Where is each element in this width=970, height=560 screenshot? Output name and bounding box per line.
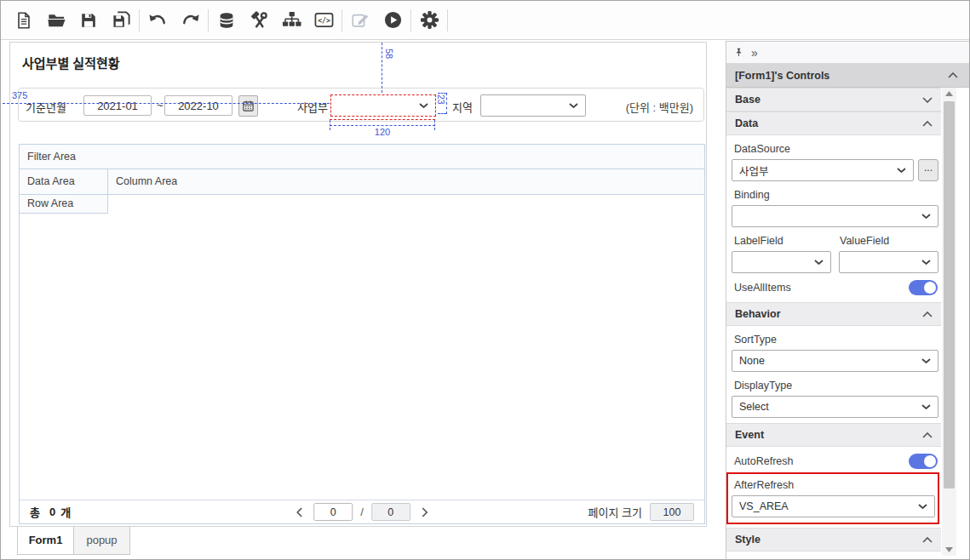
collapse-panel-icon[interactable]: » [751,47,758,59]
page-size-label: 페이지 크기 [588,504,642,520]
binding-select[interactable] [732,205,938,227]
chevron-down-icon [922,97,933,103]
toolbar-separator [410,9,411,31]
next-page-button[interactable] [418,504,432,521]
sorttype-select[interactable]: None [732,350,938,372]
build-tools-button[interactable] [243,6,275,35]
form-title: 사업부별 실적현황 [22,54,120,71]
run-button[interactable] [376,6,409,35]
undo-button[interactable] [141,6,174,35]
datasource-more-button[interactable]: ... [918,159,938,181]
current-page-input[interactable] [313,503,353,521]
chevron-up-icon [948,72,958,78]
tab-form1[interactable]: Form1 [17,527,74,555]
page-size-group: 페이지 크기 [588,503,694,521]
grid-filter-area[interactable]: Filter Area [20,145,704,169]
redo-icon [181,10,200,30]
tab-popup[interactable]: popup [74,527,130,555]
afterrefresh-highlight-box: AfterRefresh VS_AREA [726,472,939,524]
chevron-down-icon [419,103,428,108]
filter-bar: 기준년월 ~ 사업부 지역 (단위 : 백만원) [18,88,704,122]
panel-controls-header[interactable]: [Form1]'s Controls [726,64,970,88]
redo-button[interactable] [174,6,206,35]
scrollbar-thumb[interactable] [944,101,955,489]
page-size-input [650,503,694,521]
panel-scrollbar[interactable] [942,88,956,556]
sitemap-icon [282,10,301,30]
chevron-down-icon [918,504,927,509]
chevron-down-icon [921,358,931,363]
datasource-select-value: 사업부 [739,163,769,179]
save-all-button[interactable] [105,6,137,35]
pin-icon[interactable] [733,47,744,59]
autorefresh-label: AutoRefresh [734,455,909,467]
open-file-button[interactable] [40,6,72,35]
datasource-manager-button[interactable] [210,6,243,35]
triangle-up-icon [945,91,953,96]
chevron-down-icon [921,260,931,265]
toolbar-separator [139,9,140,31]
properties-panel: » [Form1]'s Controls Base Data DataSourc… [726,41,970,559]
grid-column-area[interactable]: Column Area [108,169,704,195]
undo-icon [148,10,168,30]
tools-icon [250,10,269,30]
total-label: 총 [30,504,40,520]
sitemap-button[interactable] [275,6,307,35]
section-base-label: Base [735,94,761,106]
main-toolbar: </> [1,1,969,40]
chevron-down-icon [569,103,578,108]
displaytype-select-value: Select [739,401,769,413]
new-file-button[interactable] [8,6,40,35]
section-style[interactable]: Style [726,528,941,551]
panel-body: Base Data DataSource 사업부 ... Binding [726,88,941,559]
code-editor-button[interactable]: </> [307,6,340,35]
toggle-knob [924,282,936,294]
section-base[interactable]: Base [726,88,941,111]
gear-icon [420,10,439,30]
afterrefresh-label: AfterRefresh [734,479,938,491]
valuefield-select[interactable] [839,251,938,273]
region-select[interactable] [480,94,586,117]
grid-row-area[interactable]: Row Area [20,195,108,214]
section-style-label: Style [735,534,761,546]
settings-button[interactable] [413,6,445,35]
toggle-knob [924,455,936,467]
afterrefresh-select-value: VS_AREA [739,500,789,512]
code-icon: </> [314,10,334,30]
division-select[interactable] [330,94,436,117]
page-separator: / [360,506,364,518]
period-to-input[interactable] [164,95,232,116]
labelfield-select[interactable] [732,251,831,273]
period-from-input[interactable] [83,95,152,116]
database-icon [217,11,236,30]
prev-page-button[interactable] [292,504,306,521]
displaytype-select[interactable]: Select [732,396,938,418]
app-window: </> 사업부별 실적현황 기준년월 ~ 사업부 [0,0,970,560]
scroll-down-button[interactable] [942,544,956,556]
pivot-grid: Filter Area Data Area Column Area Row Ar… [19,144,705,524]
section-event-label: Event [735,429,764,441]
afterrefresh-select[interactable]: VS_AREA [732,495,935,517]
toolbar-separator [342,9,342,31]
toolbar-separator [447,9,448,31]
binding-label: Binding [734,189,941,201]
useallitems-toggle-on[interactable] [909,280,938,295]
save-button[interactable] [72,6,105,35]
autorefresh-toggle-on[interactable] [909,454,938,469]
chevron-down-icon [814,260,824,265]
pager: / [292,503,432,521]
section-behavior[interactable]: Behavior [726,302,941,326]
triangle-down-icon [945,547,953,552]
section-data[interactable]: Data [726,111,941,135]
scroll-up-button[interactable] [942,88,956,100]
chevron-down-icon [897,168,906,173]
chevron-up-icon [922,311,933,317]
calendar-button[interactable] [238,95,258,117]
edit-button-disabled [344,6,376,35]
labelfield-label: LabelField [734,235,840,247]
datasource-select[interactable]: 사업부 [732,159,914,181]
grid-data-area[interactable]: Data Area [20,169,108,195]
valuefield-label: ValueField [840,235,889,247]
section-event[interactable]: Event [726,423,941,447]
period-label: 기준년월 [26,99,66,115]
